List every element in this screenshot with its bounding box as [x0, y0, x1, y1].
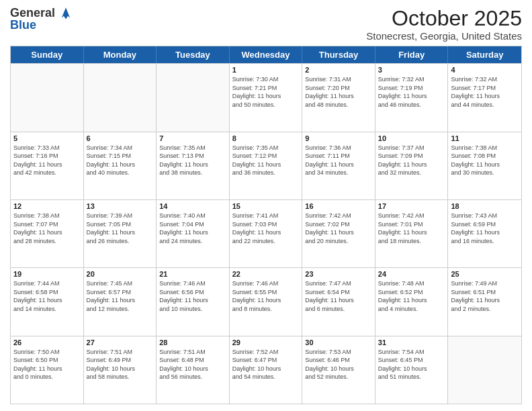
day-number-15: 15: [232, 202, 300, 210]
day-number-24: 24: [378, 270, 445, 278]
location-title: Stonecrest, Georgia, United States: [366, 30, 522, 42]
day-info-26: Sunrise: 7:50 AM Sunset: 6:50 PM Dayligh…: [13, 348, 81, 381]
header-monday: Monday: [84, 46, 157, 63]
calendar-header: Sunday Monday Tuesday Wednesday Thursday…: [11, 46, 521, 63]
day-number-25: 25: [451, 270, 519, 278]
day-info-27: Sunrise: 7:51 AM Sunset: 6:49 PM Dayligh…: [87, 348, 154, 381]
calendar-body: 1Sunrise: 7:30 AM Sunset: 7:21 PM Daylig…: [11, 63, 521, 404]
day-info-19: Sunrise: 7:44 AM Sunset: 6:58 PM Dayligh…: [13, 279, 81, 313]
day-info-23: Sunrise: 7:47 AM Sunset: 6:54 PM Dayligh…: [305, 279, 372, 313]
day-info-4: Sunrise: 7:32 AM Sunset: 7:17 PM Dayligh…: [451, 75, 519, 109]
page: General Blue October 2025 Stonecrest, Ge…: [0, 0, 532, 411]
day-info-8: Sunrise: 7:35 AM Sunset: 7:12 PM Dayligh…: [232, 144, 300, 177]
empty-cell-0-0: [11, 64, 84, 131]
day-17: 17Sunrise: 7:42 AM Sunset: 7:01 PM Dayli…: [375, 200, 449, 267]
day-info-25: Sunrise: 7:49 AM Sunset: 6:51 PM Dayligh…: [451, 279, 519, 313]
day-15: 15Sunrise: 7:41 AM Sunset: 7:03 PM Dayli…: [230, 200, 303, 267]
day-31: 31Sunrise: 7:54 AM Sunset: 6:45 PM Dayli…: [375, 336, 449, 404]
day-number-4: 4: [451, 66, 519, 74]
svg-marker-0: [62, 7, 71, 19]
day-number-16: 16: [305, 202, 372, 210]
day-info-13: Sunrise: 7:39 AM Sunset: 7:05 PM Dayligh…: [87, 212, 154, 245]
day-number-10: 10: [378, 134, 445, 142]
day-20: 20Sunrise: 7:45 AM Sunset: 6:57 PM Dayli…: [84, 268, 157, 335]
day-number-27: 27: [87, 338, 154, 347]
day-info-21: Sunrise: 7:46 AM Sunset: 6:56 PM Dayligh…: [159, 279, 226, 313]
day-number-1: 1: [232, 66, 300, 74]
day-info-2: Sunrise: 7:31 AM Sunset: 7:20 PM Dayligh…: [305, 75, 372, 109]
day-info-17: Sunrise: 7:42 AM Sunset: 7:01 PM Dayligh…: [378, 212, 445, 245]
day-number-6: 6: [87, 134, 154, 142]
day-info-24: Sunrise: 7:48 AM Sunset: 6:52 PM Dayligh…: [378, 279, 445, 313]
day-21: 21Sunrise: 7:46 AM Sunset: 6:56 PM Dayli…: [157, 268, 230, 335]
day-info-20: Sunrise: 7:45 AM Sunset: 6:57 PM Dayligh…: [87, 279, 154, 313]
calendar: Sunday Monday Tuesday Wednesday Thursday…: [10, 46, 522, 404]
day-16: 16Sunrise: 7:42 AM Sunset: 7:02 PM Dayli…: [302, 200, 375, 267]
day-info-14: Sunrise: 7:40 AM Sunset: 7:04 PM Dayligh…: [159, 212, 226, 245]
day-number-19: 19: [13, 270, 81, 278]
day-3: 3Sunrise: 7:32 AM Sunset: 7:19 PM Daylig…: [375, 64, 449, 131]
day-number-21: 21: [159, 270, 226, 278]
day-number-26: 26: [13, 338, 81, 347]
day-number-20: 20: [87, 270, 154, 278]
day-11: 11Sunrise: 7:38 AM Sunset: 7:08 PM Dayli…: [448, 132, 521, 199]
day-number-8: 8: [232, 134, 300, 142]
week-row-5: 26Sunrise: 7:50 AM Sunset: 6:50 PM Dayli…: [11, 336, 521, 404]
day-info-7: Sunrise: 7:35 AM Sunset: 7:13 PM Dayligh…: [159, 144, 226, 177]
day-18: 18Sunrise: 7:43 AM Sunset: 6:59 PM Dayli…: [448, 200, 521, 267]
day-6: 6Sunrise: 7:34 AM Sunset: 7:15 PM Daylig…: [84, 132, 157, 199]
day-8: 8Sunrise: 7:35 AM Sunset: 7:12 PM Daylig…: [230, 132, 303, 199]
day-9: 9Sunrise: 7:36 AM Sunset: 7:11 PM Daylig…: [302, 132, 375, 199]
day-info-10: Sunrise: 7:37 AM Sunset: 7:09 PM Dayligh…: [378, 144, 445, 177]
day-info-22: Sunrise: 7:46 AM Sunset: 6:55 PM Dayligh…: [232, 279, 300, 313]
header-wednesday: Wednesday: [230, 46, 303, 63]
day-number-13: 13: [87, 202, 154, 210]
header-thursday: Thursday: [302, 46, 375, 63]
day-25: 25Sunrise: 7:49 AM Sunset: 6:51 PM Dayli…: [448, 268, 521, 335]
empty-cell-0-1: [84, 64, 157, 131]
day-number-7: 7: [159, 134, 226, 142]
day-number-5: 5: [13, 134, 81, 142]
day-number-23: 23: [305, 270, 372, 278]
day-info-5: Sunrise: 7:33 AM Sunset: 7:16 PM Dayligh…: [13, 144, 81, 177]
day-19: 19Sunrise: 7:44 AM Sunset: 6:58 PM Dayli…: [11, 268, 84, 335]
day-info-30: Sunrise: 7:53 AM Sunset: 6:46 PM Dayligh…: [305, 348, 372, 381]
day-14: 14Sunrise: 7:40 AM Sunset: 7:04 PM Dayli…: [157, 200, 230, 267]
day-12: 12Sunrise: 7:38 AM Sunset: 7:07 PM Dayli…: [11, 200, 84, 267]
day-number-18: 18: [451, 202, 519, 210]
day-number-14: 14: [159, 202, 226, 210]
header-tuesday: Tuesday: [157, 46, 230, 63]
logo-text: General Blue: [10, 7, 72, 32]
day-number-12: 12: [13, 202, 81, 210]
day-info-3: Sunrise: 7:32 AM Sunset: 7:19 PM Dayligh…: [378, 75, 445, 109]
day-info-15: Sunrise: 7:41 AM Sunset: 7:03 PM Dayligh…: [232, 212, 300, 245]
day-info-16: Sunrise: 7:42 AM Sunset: 7:02 PM Dayligh…: [305, 212, 372, 245]
day-info-11: Sunrise: 7:38 AM Sunset: 7:08 PM Dayligh…: [451, 144, 519, 177]
empty-cell-4-6: [448, 336, 521, 404]
day-info-29: Sunrise: 7:52 AM Sunset: 6:47 PM Dayligh…: [232, 348, 300, 381]
day-info-9: Sunrise: 7:36 AM Sunset: 7:11 PM Dayligh…: [305, 144, 372, 177]
week-row-4: 19Sunrise: 7:44 AM Sunset: 6:58 PM Dayli…: [11, 267, 521, 335]
day-number-9: 9: [305, 134, 372, 142]
day-info-12: Sunrise: 7:38 AM Sunset: 7:07 PM Dayligh…: [13, 212, 81, 245]
day-info-18: Sunrise: 7:43 AM Sunset: 6:59 PM Dayligh…: [451, 212, 519, 245]
day-info-6: Sunrise: 7:34 AM Sunset: 7:15 PM Dayligh…: [87, 144, 154, 177]
day-28: 28Sunrise: 7:51 AM Sunset: 6:48 PM Dayli…: [157, 336, 230, 404]
logo: General Blue: [10, 7, 72, 32]
day-29: 29Sunrise: 7:52 AM Sunset: 6:47 PM Dayli…: [230, 336, 303, 404]
day-27: 27Sunrise: 7:51 AM Sunset: 6:49 PM Dayli…: [84, 336, 157, 404]
week-row-1: 1Sunrise: 7:30 AM Sunset: 7:21 PM Daylig…: [11, 63, 521, 131]
day-26: 26Sunrise: 7:50 AM Sunset: 6:50 PM Dayli…: [11, 336, 84, 404]
day-number-30: 30: [305, 338, 372, 347]
day-number-11: 11: [451, 134, 519, 142]
day-number-17: 17: [378, 202, 445, 210]
day-info-1: Sunrise: 7:30 AM Sunset: 7:21 PM Dayligh…: [232, 75, 300, 109]
day-number-22: 22: [232, 270, 300, 278]
day-23: 23Sunrise: 7:47 AM Sunset: 6:54 PM Dayli…: [302, 268, 375, 335]
header-sunday: Sunday: [11, 46, 84, 63]
day-4: 4Sunrise: 7:32 AM Sunset: 7:17 PM Daylig…: [448, 64, 521, 131]
day-number-28: 28: [159, 338, 226, 347]
day-number-2: 2: [305, 66, 372, 74]
week-row-3: 12Sunrise: 7:38 AM Sunset: 7:07 PM Dayli…: [11, 199, 521, 267]
day-1: 1Sunrise: 7:30 AM Sunset: 7:21 PM Daylig…: [230, 64, 303, 131]
